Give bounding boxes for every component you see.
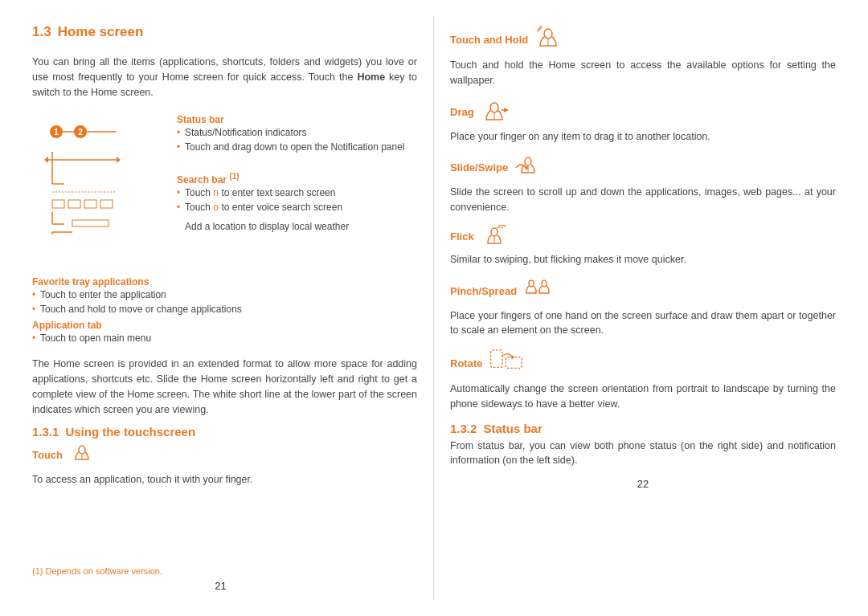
subsection-132-title: Status bar xyxy=(483,422,542,435)
pinch-spread-label: Pinch/Spread xyxy=(450,285,517,297)
svg-rect-17 xyxy=(72,220,108,226)
page-spread: 1.3 Home screen You can bring all the it… xyxy=(0,0,868,616)
section-number: 1.3 xyxy=(32,24,51,40)
favorite-tray-label: Favorite tray applications xyxy=(32,276,417,288)
touch-hold-label: Touch and Hold xyxy=(450,34,528,46)
drag-header: Drag xyxy=(450,98,836,126)
svg-rect-11 xyxy=(52,200,64,208)
svg-point-32 xyxy=(542,280,547,287)
status-bar-item-2: Touch and drag down to open the Notifica… xyxy=(177,140,417,154)
touch-hold-icon xyxy=(533,24,563,55)
svg-rect-13 xyxy=(84,200,96,208)
rotate-label: Rotate xyxy=(450,357,482,369)
flick-icon xyxy=(479,225,510,249)
slide-swipe-icon xyxy=(513,153,543,182)
svg-point-20 xyxy=(79,446,85,454)
pinch-spread-header: Pinch/Spread xyxy=(450,277,836,305)
favorite-tray-item-2: Touch and hold to move or change applica… xyxy=(32,302,417,316)
touch-hold-desc: Touch and hold the Home screen to access… xyxy=(450,58,836,88)
drag-section: Drag Place your finger on any item to dr… xyxy=(450,98,836,145)
subsection-131-number: 1.3.1 xyxy=(32,425,59,439)
search-bar-item-1: Touch n to enter text search screen xyxy=(177,186,417,200)
svg-text:1: 1 xyxy=(54,128,59,137)
flick-header: Flick xyxy=(450,225,836,249)
pinch-spread-icon xyxy=(522,277,555,305)
subsection-131-title: Using the touchscreen xyxy=(65,425,195,439)
screen-diagram-svg: 1 2 xyxy=(40,108,169,268)
svg-marker-6 xyxy=(44,157,48,163)
drag-desc: Place your finger on any item to drag it… xyxy=(450,129,836,145)
flick-label: Flick xyxy=(450,230,474,243)
touch-gesture-section: Touch xyxy=(32,442,417,467)
right-page: Touch and Hold Touch and hold the Home s… xyxy=(434,16,860,600)
drag-label: Drag xyxy=(450,106,474,118)
rotate-icon xyxy=(487,348,523,378)
touch-label: Touch xyxy=(32,449,63,461)
slide-swipe-desc: Slide the screen to scroll up and down t… xyxy=(450,185,836,215)
footnote: (1) Depends on software version. xyxy=(32,566,162,576)
pinch-spread-desc: Place your fingers of one hand on the sc… xyxy=(450,308,836,339)
pinch-spread-section: Pinch/Spread Place your fingers of one h… xyxy=(450,277,836,339)
subsection-132-number: 1.3.2 xyxy=(450,422,477,435)
slide-swipe-header: Slide/Swipe xyxy=(450,153,836,182)
section-title: Home screen xyxy=(58,24,144,40)
bottom-diagram: Favorite tray applications Touch to ente… xyxy=(32,276,417,350)
svg-text:2: 2 xyxy=(78,128,83,137)
drag-icon xyxy=(479,98,510,126)
touch-desc: To access an application, touch it with … xyxy=(32,472,417,487)
right-page-number: 22 xyxy=(637,478,649,490)
svg-rect-34 xyxy=(506,357,522,369)
svg-rect-33 xyxy=(491,350,502,368)
search-bar-item-2: Touch o to enter voice search screen xyxy=(177,200,417,214)
weather-label: Add a location to display local weather xyxy=(185,221,349,232)
home-screen-diagram: 1 2 xyxy=(40,108,417,268)
left-page-number: 21 xyxy=(215,580,226,592)
page-number-right: 22 xyxy=(450,478,836,490)
status-bar-desc: From status bar, you can view both phone… xyxy=(450,439,836,469)
touch-hold-header: Touch and Hold xyxy=(450,24,836,55)
search-bar-label: Search bar (1) xyxy=(177,172,417,186)
svg-marker-35 xyxy=(512,355,515,359)
touch-hold-section: Touch and Hold Touch and hold the Home s… xyxy=(450,24,836,88)
svg-point-22 xyxy=(544,29,552,39)
page-number-left: 21 xyxy=(215,580,226,592)
rotate-section: Rotate Automatically change the screen o… xyxy=(450,348,836,412)
svg-rect-14 xyxy=(100,200,113,208)
svg-rect-12 xyxy=(68,200,80,208)
left-page: 1.3 Home screen You can bring all the it… xyxy=(8,16,434,600)
touch-icon xyxy=(69,442,95,467)
home-screen-text: The Home screen is provided in an extend… xyxy=(32,357,417,417)
flick-desc: Similar to swiping, but flicking makes i… xyxy=(450,252,836,267)
svg-point-29 xyxy=(491,228,497,236)
flick-section: Flick Similar to swiping, but flicking m… xyxy=(450,225,836,267)
slide-swipe-section: Slide/Swipe Slide the screen to scroll u… xyxy=(450,153,836,215)
diagram-labels: Status bar Status/Notification indicator… xyxy=(169,108,417,268)
status-bar-item-1: Status/Notification indicators xyxy=(177,125,417,140)
footnote-text: (1) Depends on software version. xyxy=(32,566,162,576)
slide-swipe-label: Slide/Swipe xyxy=(450,161,508,173)
status-bar-label: Status bar xyxy=(177,114,417,125)
svg-marker-7 xyxy=(117,157,121,163)
app-tab-label: Application tab xyxy=(32,320,417,331)
svg-point-31 xyxy=(529,280,534,287)
intro-text: You can bring all the items (application… xyxy=(32,55,417,100)
svg-point-26 xyxy=(525,157,531,165)
app-tab-item-1: Touch to open main menu xyxy=(32,331,417,345)
svg-point-24 xyxy=(490,103,498,112)
favorite-tray-item-1: Touch to enter the application xyxy=(32,288,417,302)
rotate-header: Rotate xyxy=(450,348,836,378)
rotate-desc: Automatically change the screen orientat… xyxy=(450,381,836,412)
